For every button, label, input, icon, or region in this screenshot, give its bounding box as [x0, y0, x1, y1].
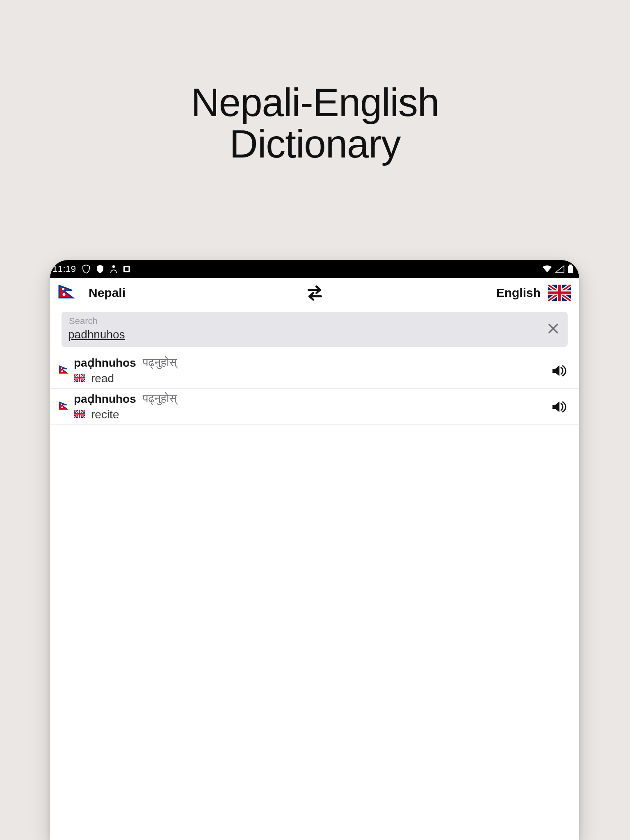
svg-point-13	[61, 370, 63, 372]
result-row[interactable]: paḍhnuhos पढ्नुहोस् read	[50, 353, 579, 389]
clear-search-button[interactable]	[547, 322, 559, 336]
swap-languages-button[interactable]	[304, 282, 326, 304]
search-input[interactable]	[68, 328, 185, 341]
uk-flag-icon	[74, 374, 85, 383]
nepal-flag-icon	[58, 365, 69, 376]
nepal-flag-icon	[58, 285, 81, 301]
result-transliteration: paḍhnuhos	[74, 392, 136, 406]
status-time: 11:19	[52, 264, 76, 274]
page-heading-line1: Nepali-English	[0, 82, 630, 123]
page-heading: Nepali-English Dictionary	[0, 0, 630, 165]
status-battery-icon	[568, 265, 573, 274]
source-language[interactable]: Nepali	[58, 285, 126, 301]
result-devanagari: पढ्नुहोस्	[143, 356, 177, 370]
language-selector-row: Nepali English	[50, 278, 579, 308]
status-bar: 11:19	[50, 260, 579, 278]
status-wifi-icon	[542, 265, 552, 273]
svg-point-20	[61, 406, 63, 408]
target-language-label: English	[496, 286, 541, 300]
result-transliteration: paḍhnuhos	[74, 356, 136, 370]
svg-point-6	[63, 293, 66, 296]
result-row[interactable]: paḍhnuhos पढ्नुहोस् recite	[50, 389, 579, 425]
source-language-label: Nepali	[89, 286, 126, 300]
status-shield-solid-icon	[96, 265, 104, 274]
result-devanagari: पढ्नुहोस्	[143, 392, 177, 406]
device-frame: 11:19	[50, 260, 579, 840]
result-english: recite	[91, 408, 119, 421]
uk-flag-icon	[74, 410, 85, 420]
status-square-icon	[123, 265, 130, 273]
svg-rect-3	[569, 265, 572, 266]
uk-flag-icon	[548, 285, 571, 301]
svg-rect-25	[74, 413, 85, 415]
svg-point-5	[62, 288, 64, 290]
svg-rect-4	[568, 266, 573, 273]
status-person-icon	[110, 265, 117, 274]
svg-rect-11	[548, 292, 571, 294]
status-signal-icon	[555, 265, 564, 273]
svg-rect-18	[74, 377, 85, 379]
svg-rect-2	[125, 267, 128, 271]
target-language[interactable]: English	[496, 285, 571, 301]
svg-point-19	[61, 403, 63, 405]
page-heading-line2: Dictionary	[0, 123, 630, 165]
speaker-icon	[550, 363, 566, 379]
search-field[interactable]: Search	[62, 312, 568, 347]
result-english: read	[91, 372, 114, 385]
results-list: paḍhnuhos पढ्नुहोस् read	[50, 347, 579, 425]
speak-button[interactable]	[549, 361, 568, 380]
status-shield-outline-icon	[82, 265, 90, 274]
close-icon	[547, 322, 559, 335]
speak-button[interactable]	[549, 397, 568, 416]
search-label: Search	[69, 316, 98, 326]
swap-icon	[304, 285, 325, 301]
svg-point-12	[61, 367, 63, 369]
nepal-flag-icon	[58, 402, 69, 412]
svg-point-0	[112, 265, 114, 268]
speaker-icon	[550, 399, 566, 415]
